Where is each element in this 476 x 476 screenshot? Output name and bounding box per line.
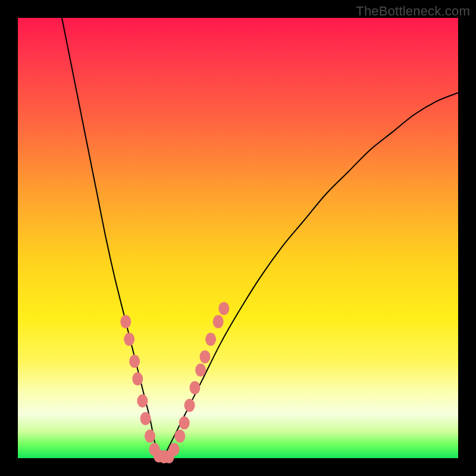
curve-layer (18, 18, 458, 458)
chart-frame: TheBottleneck.com (0, 0, 476, 476)
data-dot (195, 364, 206, 377)
curve-left-arm (62, 18, 163, 458)
dot-group (120, 302, 229, 463)
data-dot (137, 394, 148, 408)
data-dot (174, 430, 185, 443)
data-dot (184, 399, 195, 412)
data-dot (140, 412, 151, 425)
data-dot (169, 443, 180, 456)
data-dot (205, 333, 216, 346)
curve-right-arm (163, 93, 458, 458)
data-dot (189, 381, 200, 394)
data-dot (218, 302, 229, 315)
plot-area (18, 18, 458, 458)
attribution-label: TheBottleneck.com (356, 4, 470, 19)
data-dot (200, 350, 211, 364)
data-dot (124, 333, 134, 346)
data-dot (145, 430, 155, 443)
data-dot (213, 315, 224, 328)
data-dot (179, 416, 190, 430)
data-dot (120, 315, 131, 328)
data-dot (132, 372, 143, 386)
data-dot (129, 355, 140, 368)
